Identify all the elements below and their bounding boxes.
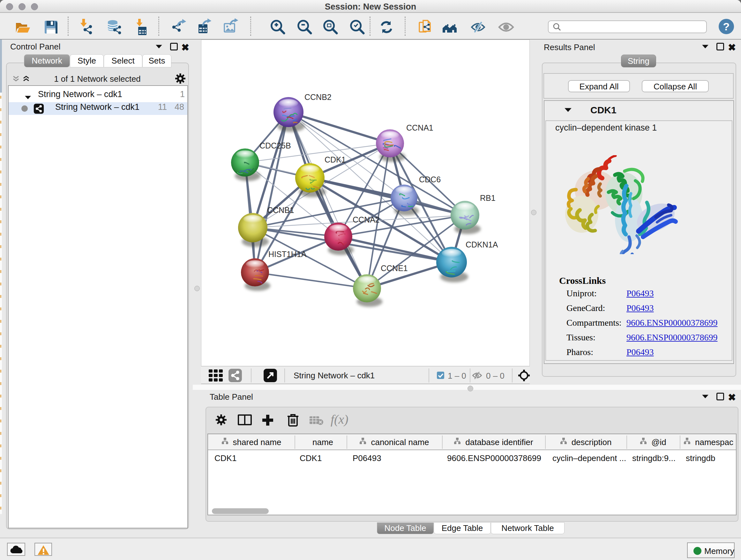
svg-text:HIST1H1A: HIST1H1A bbox=[268, 250, 307, 259]
svg-text:CCNB1: CCNB1 bbox=[267, 206, 294, 214]
svg-text:CCNA1: CCNA1 bbox=[406, 123, 433, 132]
svg-text:CDK1: CDK1 bbox=[325, 155, 346, 164]
svg-text:CCNB2: CCNB2 bbox=[305, 92, 332, 102]
svg-text:RB1: RB1 bbox=[480, 193, 495, 202]
svg-text:CCNA2: CCNA2 bbox=[353, 215, 380, 224]
svg-text:CDC6: CDC6 bbox=[419, 175, 441, 184]
svg-text:CDKN1A: CDKN1A bbox=[466, 240, 498, 249]
svg-text:CCNE1: CCNE1 bbox=[381, 264, 408, 273]
svg-text:CDC25B: CDC25B bbox=[259, 141, 291, 150]
